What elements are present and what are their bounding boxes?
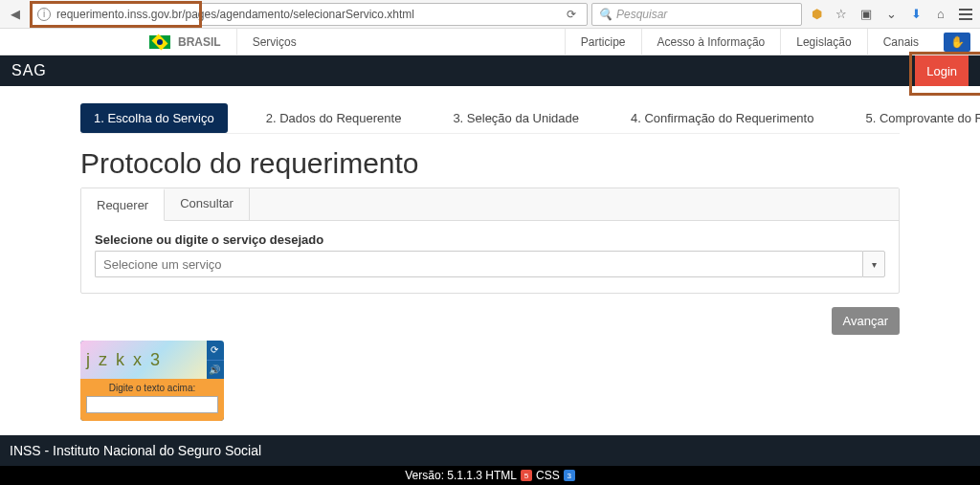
html5-badge-icon: 5: [521, 470, 532, 481]
home-icon[interactable]: ⌂: [930, 4, 951, 25]
tab-strip: Requerer Consultar: [81, 188, 899, 221]
browser-toolbar: ◀ i requerimento.inss.gov.br/pages/agend…: [0, 0, 980, 29]
tabs-panel: Requerer Consultar Selecione ou digite o…: [80, 187, 900, 294]
bookmark-star-icon[interactable]: ☆: [831, 4, 852, 25]
gov-accessibility-icon[interactable]: ✋: [944, 33, 970, 52]
wizard-steps: 1. Escolha do Serviço 2. Dados do Requer…: [80, 103, 900, 134]
captcha-audio-icon[interactable]: 🔊: [207, 361, 224, 380]
pocket-icon[interactable]: ⌄: [880, 4, 902, 25]
extension-icon[interactable]: ⬢: [806, 4, 827, 25]
step-3[interactable]: 3. Seleção da Unidade: [439, 103, 592, 133]
captcha-widget: j z k x 3 ⟳ 🔊 Digite o texto acima:: [80, 341, 224, 421]
captcha-refresh-icon[interactable]: ⟳: [207, 341, 224, 361]
tab-requerer[interactable]: Requerer: [81, 188, 165, 221]
actions-row: Avançar: [80, 307, 900, 335]
step-1[interactable]: 1. Escolha do Serviço: [80, 103, 228, 133]
login-button[interactable]: Login: [915, 55, 969, 86]
step-4[interactable]: 4. Confirmação do Requerimento: [617, 103, 828, 133]
address-bar[interactable]: i requerimento.inss.gov.br/pages/agendam…: [31, 3, 588, 26]
footer-version-text: Versão: 5.1.1.3 HTML: [405, 469, 517, 482]
menu-icon[interactable]: [955, 4, 976, 25]
captcha-image: j z k x 3 ⟳ 🔊: [80, 341, 224, 379]
url-text: requerimento.inss.gov.br/pages/agendamen…: [56, 8, 414, 21]
login-button-label: Login: [926, 64, 957, 78]
reload-icon[interactable]: ⟳: [562, 8, 581, 21]
gov-bar: BRASIL Serviços Participe Acesso à Infor…: [0, 29, 980, 55]
captcha-prompt: Digite o texto acima:: [86, 383, 218, 393]
govbar-item-servicos[interactable]: Serviços: [236, 29, 312, 55]
search-placeholder: Pesquisar: [616, 8, 667, 21]
govbar-item-acesso[interactable]: Acesso à Informação: [641, 29, 781, 55]
govbar-item-canais[interactable]: Canais: [867, 29, 934, 55]
browser-search-box[interactable]: 🔍 Pesquisar: [591, 3, 802, 26]
tab-consultar[interactable]: Consultar: [165, 188, 250, 220]
tab-body: Selecione ou digite o serviço desejado ▾: [81, 221, 899, 293]
govbar-item-legislacao[interactable]: Legislação: [780, 29, 866, 55]
css3-badge-icon: 3: [564, 470, 575, 481]
govbar-item-participe[interactable]: Participe: [565, 29, 641, 55]
step-5[interactable]: 5. Comprovante do Requerimento: [852, 103, 980, 133]
page-title: Protocolo do requerimento: [80, 147, 900, 180]
step-2[interactable]: 2. Dados do Requerente: [253, 103, 415, 133]
advance-button[interactable]: Avançar: [832, 307, 900, 335]
app-header: SAG Login: [0, 55, 980, 86]
site-info-icon[interactable]: i: [37, 8, 51, 21]
footer-version: Versão: 5.1.1.3 HTML 5 CSS 3: [0, 466, 980, 485]
service-input[interactable]: [95, 251, 862, 277]
gov-country[interactable]: BRASIL: [178, 29, 236, 55]
brazil-flag-icon: [149, 35, 170, 49]
footer-version-css: CSS: [536, 469, 560, 482]
service-dropdown-toggle[interactable]: ▾: [862, 251, 885, 277]
search-icon: 🔍: [598, 8, 612, 21]
reading-list-icon[interactable]: ▣: [856, 4, 877, 25]
back-button[interactable]: ◀: [4, 3, 27, 26]
service-combobox[interactable]: ▾: [95, 251, 885, 277]
captcha-text: j z k x 3: [86, 350, 162, 370]
downloads-icon[interactable]: ⬇: [905, 4, 926, 25]
service-field-label: Selecione ou digite o serviço desejado: [95, 232, 885, 247]
captcha-input[interactable]: [86, 396, 218, 413]
footer-institution: INSS - Instituto Nacional do Seguro Soci…: [0, 435, 980, 466]
app-title: SAG: [11, 62, 47, 79]
page-footer: INSS - Instituto Nacional do Seguro Soci…: [0, 435, 980, 485]
